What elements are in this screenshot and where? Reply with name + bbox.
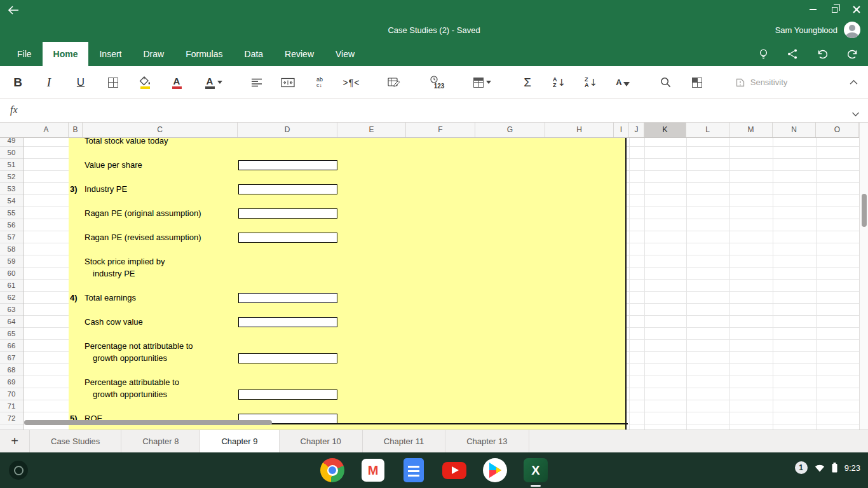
row-header-62[interactable]: 62 bbox=[0, 292, 23, 304]
sheet-tab-case-studies[interactable]: Case Studies bbox=[29, 430, 121, 452]
column-header-H[interactable]: H bbox=[545, 123, 614, 137]
formatting-marks-button[interactable]: >¶< bbox=[337, 66, 365, 98]
row-header-67[interactable]: 67 bbox=[0, 352, 23, 364]
minimize-icon[interactable] bbox=[810, 9, 817, 10]
column-header-M[interactable]: M bbox=[729, 123, 773, 137]
sheet-tab-chapter-8[interactable]: Chapter 8 bbox=[121, 430, 200, 452]
column-header-G[interactable]: G bbox=[475, 123, 545, 137]
gmail-icon[interactable]: M bbox=[360, 458, 386, 483]
account[interactable]: Sam Youngblood bbox=[775, 22, 860, 38]
row-header-71[interactable]: 71 bbox=[0, 400, 23, 412]
column-header-J[interactable]: J bbox=[629, 123, 644, 137]
cell-C51[interactable]: Value per share bbox=[85, 159, 142, 171]
fill-color-button[interactable] bbox=[131, 66, 159, 98]
column-header-I[interactable]: I bbox=[614, 123, 629, 137]
expand-formula-bar-button[interactable] bbox=[851, 108, 860, 119]
row-header-50[interactable]: 50 bbox=[0, 147, 23, 159]
underline-button[interactable]: U bbox=[67, 66, 95, 98]
table-button[interactable] bbox=[467, 66, 498, 98]
grid[interactable]: Total stock value todayValue per share3)… bbox=[0, 138, 859, 430]
sort-ascending-button[interactable]: AZ ↓ bbox=[545, 66, 573, 98]
column-header-D[interactable]: D bbox=[238, 123, 337, 137]
menu-tab-formulas[interactable]: Formulas bbox=[175, 42, 233, 66]
add-sheet-button[interactable]: + bbox=[0, 430, 29, 452]
fx-button[interactable]: fx bbox=[10, 104, 18, 116]
cell-C57[interactable]: Ragan PE (revised assumption) bbox=[85, 231, 201, 243]
vertical-scroll-thumb[interactable] bbox=[862, 194, 867, 227]
row-header-53[interactable]: 53 bbox=[0, 183, 23, 195]
find-button[interactable] bbox=[651, 66, 679, 98]
ink-to-table-button[interactable] bbox=[380, 66, 408, 98]
vertical-scrollbar[interactable] bbox=[859, 123, 868, 430]
menu-tab-data[interactable]: Data bbox=[234, 42, 275, 66]
excel-icon[interactable]: X bbox=[523, 458, 548, 483]
cell-B62[interactable]: 4) bbox=[70, 292, 84, 304]
cell-C67[interactable]: growth opportunities bbox=[93, 352, 167, 364]
collapse-ribbon-button[interactable] bbox=[843, 66, 864, 98]
menu-tab-insert[interactable]: Insert bbox=[88, 42, 132, 66]
cell-B53[interactable]: 3) bbox=[70, 183, 84, 195]
restore-icon[interactable] bbox=[832, 7, 837, 13]
column-header-E[interactable]: E bbox=[337, 123, 406, 137]
cell-C53[interactable]: Industry PE bbox=[85, 183, 127, 195]
italic-button[interactable]: I bbox=[35, 66, 63, 98]
column-header-O[interactable]: O bbox=[816, 123, 859, 137]
menu-tab-home[interactable]: Home bbox=[43, 42, 89, 66]
column-header-K[interactable]: K bbox=[644, 123, 686, 137]
cell-C70[interactable]: growth opportunities bbox=[93, 388, 167, 400]
undo-button[interactable] bbox=[816, 48, 829, 60]
filter-button[interactable]: A bbox=[609, 66, 637, 98]
font-color-button[interactable]: A bbox=[163, 66, 191, 98]
chrome-icon[interactable] bbox=[320, 458, 345, 483]
youtube-icon[interactable] bbox=[442, 458, 467, 483]
wrap-text-button[interactable]: ab c↓ bbox=[306, 66, 334, 98]
share-button[interactable] bbox=[787, 48, 798, 60]
row-header-63[interactable]: 63 bbox=[0, 304, 23, 316]
column-header-L[interactable]: L bbox=[686, 123, 729, 137]
cell-C59[interactable]: Stock price implied by bbox=[85, 255, 165, 268]
docs-icon[interactable] bbox=[401, 458, 426, 483]
redo-button[interactable] bbox=[846, 48, 859, 60]
row-header-54[interactable]: 54 bbox=[0, 195, 23, 207]
play-store-icon[interactable] bbox=[482, 458, 508, 483]
sheet-tab-chapter-11[interactable]: Chapter 11 bbox=[363, 430, 445, 452]
sheet-tab-chapter-10[interactable]: Chapter 10 bbox=[280, 430, 363, 452]
sensitivity-button[interactable]: Sensitivity bbox=[721, 66, 801, 98]
horizontal-scroll-thumb[interactable] bbox=[24, 420, 272, 425]
row-header-72[interactable]: 72 bbox=[0, 412, 23, 424]
row-header-59[interactable]: 59 bbox=[0, 255, 23, 268]
row-header-52[interactable]: 52 bbox=[0, 171, 23, 183]
status-tray[interactable]: 1 9:23 bbox=[795, 461, 860, 474]
menu-tab-file[interactable]: File bbox=[6, 42, 43, 66]
row-header-60[interactable]: 60 bbox=[0, 268, 23, 280]
font-color-picker-button[interactable]: A bbox=[196, 66, 231, 98]
borders-button[interactable] bbox=[99, 66, 127, 98]
freeze-panes-button[interactable] bbox=[683, 66, 711, 98]
column-header-B[interactable]: B bbox=[69, 123, 83, 137]
row-header-58[interactable]: 58 bbox=[0, 243, 23, 255]
input-box-D53[interactable] bbox=[238, 184, 337, 194]
column-header-A[interactable]: A bbox=[24, 123, 69, 137]
input-box-D62[interactable] bbox=[238, 293, 337, 303]
sheet-tab-chapter-13[interactable]: Chapter 13 bbox=[445, 430, 529, 452]
cell-C60[interactable]: industry PE bbox=[93, 268, 135, 280]
row-header-57[interactable]: 57 bbox=[0, 231, 23, 243]
column-header-C[interactable]: C bbox=[83, 123, 238, 137]
close-icon[interactable] bbox=[853, 6, 860, 13]
number-format-button[interactable]: 123 bbox=[423, 66, 451, 98]
row-header-56[interactable]: 56 bbox=[0, 219, 23, 231]
autosum-button[interactable]: Σ bbox=[513, 66, 541, 98]
input-box-D51[interactable] bbox=[238, 160, 337, 170]
row-header-66[interactable]: 66 bbox=[0, 340, 23, 352]
align-button[interactable] bbox=[243, 66, 271, 98]
merge-center-button[interactable] bbox=[274, 66, 302, 98]
row-header-51[interactable]: 51 bbox=[0, 159, 23, 171]
column-header-F[interactable]: F bbox=[406, 123, 475, 137]
sort-descending-button[interactable]: ZA ↓ bbox=[577, 66, 605, 98]
row-header-65[interactable]: 65 bbox=[0, 328, 23, 340]
cell-C55[interactable]: Ragan PE (original assumption) bbox=[85, 207, 201, 219]
row-header-61[interactable]: 61 bbox=[0, 280, 23, 292]
menu-tab-view[interactable]: View bbox=[325, 42, 365, 66]
input-box-D57[interactable] bbox=[238, 233, 337, 243]
formula-input[interactable] bbox=[31, 99, 845, 122]
